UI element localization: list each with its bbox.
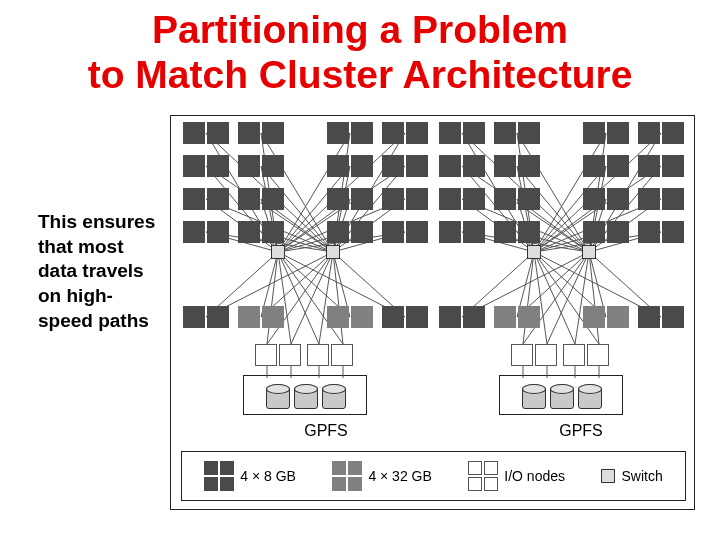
svg-line-93 (534, 252, 547, 344)
disk-icon (578, 384, 600, 410)
disk-icon (522, 384, 544, 410)
legend: 4 × 8 GB 4 × 32 GB I/O nodes Switch (181, 451, 686, 501)
node-8gb (494, 155, 540, 177)
node-8gb (327, 122, 373, 144)
cluster-left (183, 122, 428, 417)
gpfs-storage (243, 375, 367, 415)
node-8gb (183, 122, 229, 144)
node-8gb (327, 221, 373, 243)
node-8gb (327, 188, 373, 210)
node-8gb (583, 155, 629, 177)
node-8gb (238, 221, 284, 243)
node-8gb (439, 221, 485, 243)
node-8gb (238, 188, 284, 210)
node-8gb (439, 122, 485, 144)
disk-icon (266, 384, 288, 410)
node-8gb (183, 188, 229, 210)
node-8gb (382, 122, 428, 144)
node-8gb (638, 188, 684, 210)
svg-line-44 (267, 252, 333, 344)
legend-io: I/O nodes (468, 461, 565, 491)
gpfs-storage (499, 375, 623, 415)
node-8gb (638, 155, 684, 177)
svg-line-47 (333, 252, 343, 344)
cluster-right (439, 122, 684, 417)
side-description: This ensures that most data travels on h… (38, 210, 158, 333)
node-8gb (439, 306, 485, 328)
disk-icon (322, 384, 344, 410)
node-8gb (382, 306, 428, 328)
io-nodes (307, 344, 353, 366)
architecture-diagram: GPFS GPFS 4 × 8 GB 4 × 32 GB I/O nodes S… (170, 115, 695, 510)
gpfs-label-right: GPFS (526, 422, 636, 440)
gpfs-label-left: GPFS (271, 422, 381, 440)
svg-line-94 (534, 252, 575, 344)
legend-32gb-label: 4 × 32 GB (368, 468, 431, 484)
node-8gb (583, 188, 629, 210)
legend-8gb: 4 × 8 GB (204, 461, 296, 491)
node-8gb (439, 155, 485, 177)
node-32gb (327, 306, 373, 328)
node-32gb (583, 306, 629, 328)
node-8gb (494, 122, 540, 144)
title-line-2: to Match Cluster Architecture (88, 53, 633, 96)
node-8gb (439, 188, 485, 210)
legend-32gb: 4 × 32 GB (332, 461, 431, 491)
node-8gb (327, 155, 373, 177)
node-8gb (638, 306, 684, 328)
svg-line-92 (523, 252, 534, 344)
node-8gb (382, 221, 428, 243)
legend-32gb-icon (332, 461, 362, 491)
node-8gb (583, 122, 629, 144)
legend-io-label: I/O nodes (504, 468, 565, 484)
switch-node (582, 245, 596, 259)
legend-8gb-label: 4 × 8 GB (240, 468, 296, 484)
disk-icon (550, 384, 572, 410)
svg-line-98 (575, 252, 589, 344)
legend-switch-icon (601, 469, 615, 483)
svg-line-46 (319, 252, 333, 344)
title-line-1: Partitioning a Problem (152, 8, 568, 51)
svg-line-43 (278, 252, 343, 344)
disk-icon (294, 384, 316, 410)
svg-line-95 (534, 252, 599, 344)
legend-io-icon (468, 461, 498, 491)
node-8gb (583, 221, 629, 243)
legend-switch: Switch (601, 468, 662, 484)
node-8gb (382, 188, 428, 210)
node-8gb (238, 155, 284, 177)
switch-node (527, 245, 541, 259)
svg-line-40 (267, 252, 278, 344)
node-8gb (183, 155, 229, 177)
io-nodes (255, 344, 301, 366)
switch-node (271, 245, 285, 259)
node-8gb (183, 221, 229, 243)
node-8gb (638, 122, 684, 144)
node-32gb (494, 306, 540, 328)
io-nodes (511, 344, 557, 366)
node-8gb (638, 221, 684, 243)
svg-line-96 (523, 252, 589, 344)
node-8gb (494, 221, 540, 243)
svg-line-45 (291, 252, 333, 344)
legend-switch-label: Switch (621, 468, 662, 484)
node-8gb (183, 306, 229, 328)
node-8gb (238, 122, 284, 144)
svg-line-41 (278, 252, 291, 344)
node-8gb (382, 155, 428, 177)
node-32gb (238, 306, 284, 328)
node-8gb (494, 188, 540, 210)
svg-line-97 (547, 252, 589, 344)
io-nodes (563, 344, 609, 366)
switch-node (326, 245, 340, 259)
svg-line-99 (589, 252, 599, 344)
legend-8gb-icon (204, 461, 234, 491)
svg-line-42 (278, 252, 319, 344)
